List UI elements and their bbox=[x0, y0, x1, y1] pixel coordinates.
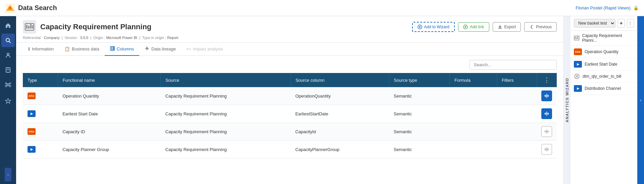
tab-data-lineage[interactable]: Data lineage bbox=[139, 43, 181, 56]
cell-type: KPA bbox=[23, 123, 58, 141]
table-header: Type Functional name Source Source colum… bbox=[23, 73, 557, 87]
basket-add-icon[interactable] bbox=[617, 19, 625, 28]
cell-source-column: OperationQuantity bbox=[291, 87, 389, 105]
col-type: Type bbox=[23, 73, 58, 87]
meta-referential: Company bbox=[44, 36, 59, 40]
cell-source-column: EarliestStartDate bbox=[291, 105, 389, 123]
move-button-3[interactable] bbox=[541, 144, 552, 155]
sidebar-item-profile[interactable] bbox=[1, 48, 15, 62]
add-link-button[interactable]: Add link bbox=[458, 22, 489, 32]
table-row: KPA Capacity ID Capacity Requirement Pla… bbox=[23, 123, 557, 141]
tab-columns[interactable]: Columns bbox=[105, 43, 139, 56]
svg-rect-17 bbox=[28, 26, 30, 29]
left-sidebar: › bbox=[0, 16, 16, 184]
cell-source: Capacity Requirement Planning bbox=[161, 141, 291, 158]
type-icon-kpa: KPA bbox=[28, 93, 36, 99]
right-panel-dtm-item[interactable]: dtm_qty_order_to_bill bbox=[571, 71, 637, 82]
right-panel-op-qty-label: Operation Quantity bbox=[585, 49, 618, 54]
right-panel-dist-channel-item[interactable]: ▶ Distribution Channel bbox=[571, 82, 637, 95]
svg-rect-28 bbox=[114, 46, 114, 50]
cell-source-type: Semantic bbox=[389, 123, 450, 141]
cell-functional-name: Capacity Planner Group bbox=[58, 141, 160, 158]
col-source-type: Source type bbox=[389, 73, 450, 87]
tab-business-data[interactable]: 📋 Business data bbox=[59, 43, 105, 56]
svg-rect-16 bbox=[26, 25, 28, 29]
cell-functional-name: Operation Quantity bbox=[58, 87, 160, 105]
cell-formula bbox=[450, 87, 497, 105]
right-panel-dist-channel-label: Distribution Channel bbox=[585, 86, 621, 91]
cell-filters bbox=[497, 123, 537, 141]
cell-source: Capacity Requirement Planning bbox=[161, 87, 291, 105]
table-area: Type Functional name Source Source colum… bbox=[16, 56, 563, 184]
app-title: Data Search bbox=[18, 4, 57, 12]
type-icon-blue: ▶ bbox=[28, 110, 36, 117]
svg-rect-33 bbox=[575, 37, 576, 39]
sidebar-item-graph[interactable] bbox=[1, 78, 15, 91]
table-row: KPA Operation Quantity Capacity Requirem… bbox=[23, 87, 557, 105]
add-to-wizard-button[interactable]: Add to Wizard bbox=[412, 22, 455, 32]
right-panel-report-label: Capacity Requirement Planni... bbox=[582, 33, 634, 43]
cell-source-type: Semantic bbox=[389, 87, 450, 105]
page-header: Capacity Requirement Planning Add to Wiz… bbox=[16, 16, 563, 43]
user-name: Florian Postel (Rapid Views) bbox=[576, 5, 631, 10]
columns-icon bbox=[110, 46, 115, 52]
svg-point-11 bbox=[9, 83, 11, 84]
svg-rect-35 bbox=[577, 36, 578, 39]
basket-more-icon[interactable]: ⋮ bbox=[627, 19, 634, 28]
tabs-bar: ℹ Information 📋 Business data Columns Da… bbox=[16, 43, 563, 56]
sidebar-item-search[interactable] bbox=[1, 34, 15, 47]
right-panel-dtm-label: dtm_qty_order_to_bill bbox=[583, 74, 621, 79]
sidebar-item-star[interactable] bbox=[1, 94, 15, 108]
right-panel-header: New basket test ⋮ bbox=[571, 16, 637, 31]
cell-source: Capacity Requirement Planning bbox=[161, 123, 291, 141]
right-panel-op-qty-item[interactable]: KPA Operation Quantity bbox=[571, 46, 637, 58]
sidebar-collapse-button[interactable]: › bbox=[5, 168, 11, 181]
cell-functional-name: Earliest Start Date bbox=[58, 105, 160, 123]
cell-source: Capacity Requirement Planning bbox=[161, 105, 291, 123]
cell-source-column: CapacityPlannerGroup bbox=[291, 141, 389, 158]
cell-filters bbox=[497, 105, 537, 123]
svg-rect-18 bbox=[30, 24, 32, 29]
user-icon: 🔒 bbox=[633, 5, 639, 10]
export-button[interactable]: Export bbox=[493, 22, 521, 32]
move-button-1[interactable] bbox=[541, 108, 552, 119]
svg-rect-27 bbox=[112, 46, 113, 50]
tab-impact-analysis: ⊷ Impact analysis bbox=[181, 43, 229, 56]
cell-filters bbox=[497, 141, 537, 158]
svg-rect-31 bbox=[621, 22, 622, 25]
svg-point-13 bbox=[9, 85, 11, 87]
page-meta: Referential : Company | Version : 3.0.0 … bbox=[23, 36, 557, 40]
move-button-0[interactable] bbox=[541, 90, 552, 101]
svg-point-5 bbox=[7, 53, 9, 55]
cell-move bbox=[537, 105, 557, 123]
top-bar: Data Search Florian Postel (Rapid Views)… bbox=[0, 0, 644, 16]
right-panel-start-date-item[interactable]: ▶ Earliest Start Date bbox=[571, 58, 637, 71]
cell-move bbox=[537, 123, 557, 141]
tab-information[interactable]: ℹ Information bbox=[23, 43, 59, 56]
move-button-2[interactable] bbox=[541, 126, 552, 137]
col-source-column: Source column bbox=[291, 73, 389, 87]
column-options-icon[interactable]: ⋮ bbox=[544, 77, 550, 83]
right-panel-expand-button[interactable]: › bbox=[637, 16, 644, 184]
right-panel-report-item[interactable]: Capacity Requirement Planni... bbox=[571, 31, 637, 46]
right-inner: New basket test ⋮ Capacity Requirement P… bbox=[571, 16, 637, 184]
sidebar-item-home[interactable] bbox=[1, 19, 15, 32]
type-icon-blue: ▶ bbox=[28, 146, 36, 153]
business-data-icon: 📋 bbox=[64, 46, 70, 51]
analytics-wizard-label: Analytics Wizard bbox=[564, 16, 571, 184]
meta-origin: Microsoft Power BI bbox=[106, 36, 137, 40]
svg-rect-26 bbox=[110, 46, 112, 50]
kpa-icon-1: KPA bbox=[574, 48, 582, 55]
information-icon: ℹ bbox=[28, 46, 30, 51]
sidebar-item-book[interactable] bbox=[1, 63, 15, 77]
col-formula: Formula bbox=[450, 73, 497, 87]
col-actions: ⋮ bbox=[537, 73, 557, 87]
table-body: KPA Operation Quantity Capacity Requirem… bbox=[23, 87, 557, 158]
previous-button[interactable]: Previous bbox=[524, 22, 557, 32]
basket-select[interactable]: New basket test bbox=[574, 19, 615, 28]
right-panel: Analytics Wizard New basket test ⋮ bbox=[563, 16, 644, 184]
search-input[interactable] bbox=[469, 60, 557, 70]
svg-point-9 bbox=[7, 84, 9, 86]
cell-formula bbox=[450, 141, 497, 158]
svg-point-10 bbox=[5, 83, 7, 84]
